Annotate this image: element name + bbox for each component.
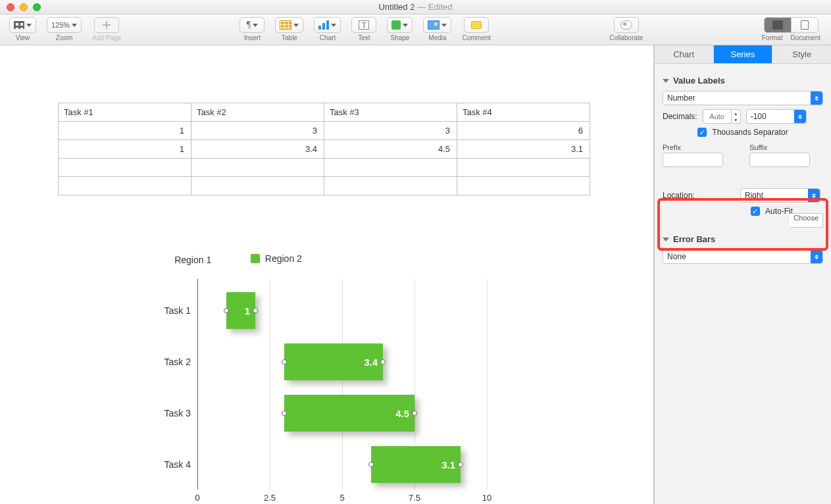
table-cell[interactable]: [191, 159, 324, 177]
auto-fit-label: Auto-Fit: [765, 207, 793, 216]
main-toolbar: View 125% Zoom Add Page ¶ Insert Table C…: [0, 14, 831, 45]
disclosure-triangle-icon: [663, 238, 669, 241]
legend-swatch-icon: [251, 254, 260, 263]
table-header[interactable]: Task #1: [59, 103, 191, 122]
table-cell[interactable]: 3.1: [457, 140, 590, 159]
table-cell[interactable]: [457, 177, 590, 195]
shape-button[interactable]: [387, 17, 413, 33]
table-header[interactable]: Task #3: [324, 103, 457, 122]
add-page-button[interactable]: [94, 17, 119, 33]
x-tick: 10: [482, 493, 491, 503]
text-button[interactable]: T: [351, 17, 376, 33]
media-label: Media: [428, 34, 446, 41]
document-inspector-button[interactable]: [791, 17, 818, 33]
select-value: -100: [751, 112, 767, 121]
x-tick: 0: [195, 493, 199, 503]
tab-style[interactable]: Style: [772, 45, 831, 63]
table-header[interactable]: Task #4: [457, 103, 590, 122]
legend-label: Region 2: [265, 253, 302, 264]
view-label: View: [16, 34, 30, 41]
zoom-button[interactable]: 125%: [47, 17, 82, 33]
table-cell[interactable]: 1: [59, 122, 191, 140]
table-cell[interactable]: 3: [191, 122, 324, 140]
chart-bar-task1[interactable]: 1: [226, 292, 255, 329]
table-cell[interactable]: 6: [457, 122, 590, 140]
table-icon: [280, 20, 291, 30]
chart-area[interactable]: 0 2.5 5 7.5 10 Task 1 Task 2 Task 3 Task…: [158, 279, 500, 503]
table-cell[interactable]: [191, 177, 324, 195]
collaborate-button[interactable]: [614, 17, 639, 33]
data-table[interactable]: Task #1 Task #2 Task #3 Task #4 1 3 3 6 …: [58, 103, 590, 195]
decimals-stepper[interactable]: ▲▼: [703, 109, 741, 124]
decimals-label: Decimals:: [663, 112, 697, 121]
select-caret-icon: [811, 91, 822, 105]
format-inspector-button[interactable]: [764, 17, 792, 33]
table-cell[interactable]: 1: [59, 140, 191, 159]
chart-bar-task3[interactable]: 4.5: [284, 395, 415, 432]
thousands-separator-checkbox[interactable]: ✓: [697, 128, 707, 137]
shape-label: Shape: [391, 34, 410, 41]
select-caret-icon: [794, 110, 806, 123]
close-window-button[interactable]: [7, 3, 14, 11]
suffix-input[interactable]: [749, 153, 810, 167]
media-icon: [428, 20, 440, 30]
legend-item-region2[interactable]: Region 2: [251, 253, 302, 264]
prefix-input[interactable]: [663, 153, 723, 167]
text-label: Text: [358, 34, 370, 41]
insert-button[interactable]: ¶: [239, 17, 264, 33]
select-value: Right: [745, 191, 763, 200]
chevron-down-icon: [403, 24, 408, 27]
label-format-select[interactable]: Number: [663, 91, 823, 105]
x-tick: 2.5: [264, 493, 276, 503]
document-edited-status: — Edited: [417, 2, 452, 12]
chart-legend: Region 1 Region 2: [0, 253, 476, 265]
table-cell[interactable]: [59, 177, 191, 195]
window-title: Untitled 2 — Edited: [0, 2, 831, 12]
table-cell[interactable]: [324, 159, 457, 177]
table-cell[interactable]: 4.5: [324, 140, 457, 159]
table-cell[interactable]: 3: [324, 122, 457, 140]
table-header[interactable]: Task #2: [191, 103, 324, 122]
gridline: [342, 279, 343, 490]
value-label: 3.4: [364, 357, 378, 368]
chart-bar-task4[interactable]: 3.1: [371, 446, 461, 483]
decimals-input[interactable]: [703, 109, 732, 124]
plus-icon: [102, 20, 111, 30]
choose-font-button[interactable]: Choose: [790, 213, 823, 228]
error-bars-select[interactable]: None: [663, 249, 823, 264]
auto-fit-checkbox[interactable]: ✓: [751, 207, 760, 216]
table-cell[interactable]: [457, 159, 590, 177]
document-filename: Untitled 2: [378, 2, 415, 12]
step-up-icon[interactable]: ▲: [732, 110, 740, 116]
chart-button[interactable]: [314, 17, 341, 33]
chevron-down-icon: [26, 24, 32, 27]
zoom-window-button[interactable]: [33, 3, 41, 11]
table-cell[interactable]: [324, 177, 457, 195]
table-cell[interactable]: 3.4: [191, 140, 324, 159]
chart-bar-task2[interactable]: 3.4: [284, 343, 383, 380]
value-labels-section[interactable]: Value Labels: [663, 76, 823, 86]
table-label: Table: [282, 34, 297, 41]
section-title: Value Labels: [673, 76, 725, 86]
table-cell[interactable]: [59, 159, 191, 177]
legend-item-region1[interactable]: Region 1: [174, 255, 211, 265]
suffix-label: Suffix: [749, 143, 810, 151]
y-category: Task 1: [118, 305, 191, 316]
comment-button[interactable]: [464, 17, 489, 33]
step-down-icon[interactable]: ▼: [732, 116, 740, 123]
tab-chart[interactable]: Chart: [655, 45, 714, 63]
y-category: Task 4: [118, 459, 191, 470]
disclosure-triangle-icon: [663, 79, 669, 83]
section-title: Error Bars: [673, 234, 715, 244]
media-button[interactable]: [423, 17, 451, 33]
format-label: Format: [762, 34, 783, 41]
error-bars-section[interactable]: Error Bars: [663, 234, 823, 244]
table-button[interactable]: [275, 17, 303, 33]
location-select[interactable]: Right: [740, 188, 820, 203]
minimize-window-button[interactable]: [20, 3, 28, 11]
negative-format-select[interactable]: -100: [746, 109, 807, 124]
tab-series[interactable]: Series: [714, 45, 773, 63]
view-button[interactable]: [9, 17, 36, 33]
add-page-label: Add Page: [92, 34, 121, 41]
document-canvas[interactable]: Task #1 Task #2 Task #3 Task #4 1 3 3 6 …: [0, 45, 654, 504]
